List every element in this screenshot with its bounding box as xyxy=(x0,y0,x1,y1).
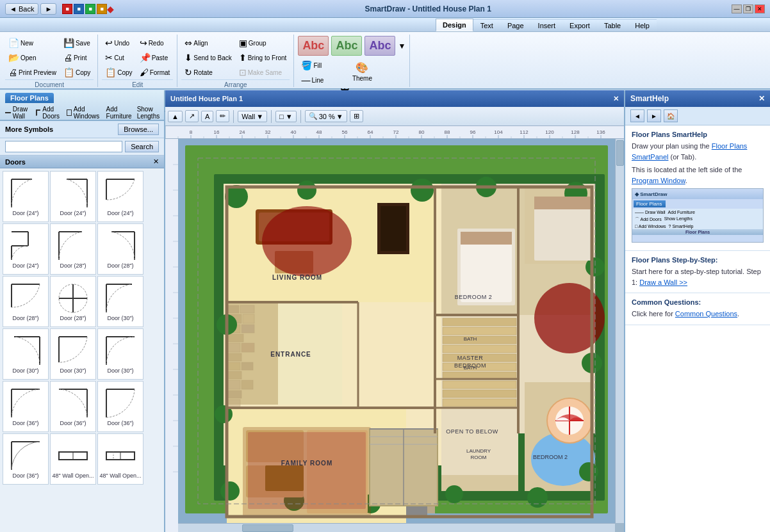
smarthelp-title: SmartHelp xyxy=(630,94,669,103)
wall-dropdown[interactable]: Wall ▼ xyxy=(238,111,267,122)
style-abc2-button[interactable]: Abc xyxy=(331,36,362,56)
door-item[interactable]: Door (30") xyxy=(97,276,143,327)
door-item[interactable]: 48" Wall Open... xyxy=(97,433,143,485)
door-item[interactable]: Door (24") xyxy=(3,171,49,222)
minimize-button[interactable]: — xyxy=(732,4,742,13)
cut-button[interactable]: ✂ Cut xyxy=(102,51,135,65)
door-item[interactable]: 48" Wall Open... xyxy=(50,433,96,485)
door-label: Door (30") xyxy=(60,367,86,374)
canvas-scrollbar-horizontal[interactable] xyxy=(178,523,615,532)
send-back-button[interactable]: ⬇ Send to Back xyxy=(181,51,234,65)
door-item[interactable]: Door (24") xyxy=(50,171,96,222)
pointer-tool[interactable]: ▲ xyxy=(168,111,183,122)
undo-icon: ↩ xyxy=(105,38,113,48)
door-item[interactable]: Door (24") xyxy=(97,171,143,222)
sh-home-button[interactable]: 🏠 xyxy=(664,109,678,122)
browse-button[interactable]: Browse... xyxy=(118,124,159,135)
door-item[interactable]: Door (36") xyxy=(3,381,49,432)
smarthelp-close-icon[interactable]: ✕ xyxy=(758,94,765,103)
text-tool[interactable]: A xyxy=(201,111,213,122)
svg-rect-118 xyxy=(242,343,254,352)
print-preview-button[interactable]: 🖨 Print Preview xyxy=(5,65,60,79)
sh-back-button[interactable]: ◄ xyxy=(630,109,644,122)
door-item[interactable]: Door (24") xyxy=(3,223,49,275)
door-label: Door (28") xyxy=(107,262,133,269)
tab-design[interactable]: Design xyxy=(436,19,473,31)
undo-button[interactable]: ↩ Undo xyxy=(102,36,135,50)
svg-text:8: 8 xyxy=(190,129,193,135)
copy-doc-button[interactable]: 📋 Copy xyxy=(60,65,94,79)
door-item[interactable]: Door (36") xyxy=(97,381,143,432)
door-item[interactable]: Door (36") xyxy=(3,433,49,485)
paste-button[interactable]: 📌 Paste xyxy=(136,51,174,65)
redo-icon: ↪ xyxy=(140,38,147,48)
sh-link-program-window[interactable]: Program Window xyxy=(632,177,685,184)
style-dropdown-arrow[interactable]: ▼ xyxy=(398,42,405,51)
restore-button[interactable]: ❐ xyxy=(743,4,753,13)
print-button[interactable]: 🖨 Print xyxy=(60,51,94,65)
tab-table[interactable]: Table xyxy=(597,19,628,31)
show-lengths-item[interactable]: Show Lengths xyxy=(137,106,160,120)
door-item[interactable]: Door (28") xyxy=(3,276,49,327)
draw-tool[interactable]: ✏ xyxy=(216,110,229,122)
style-abc3-button[interactable]: Abc xyxy=(365,36,395,56)
svg-point-162 xyxy=(534,283,605,353)
door-item[interactable]: Door (30") xyxy=(3,328,49,380)
theme-button[interactable]: 🎨 Theme xyxy=(337,58,388,85)
floor-plans-tab-label[interactable]: Floor Plans xyxy=(5,93,54,103)
tab-page[interactable]: Page xyxy=(500,19,531,31)
fill-button[interactable]: 🪣 Fill xyxy=(298,58,336,72)
close-button[interactable]: ✕ xyxy=(755,4,765,13)
canvas-close-icon[interactable]: ✕ xyxy=(613,95,619,103)
save-icon: 💾 xyxy=(63,38,74,48)
svg-point-141 xyxy=(445,485,463,503)
door-label: Door (36") xyxy=(107,420,133,426)
shape-dropdown[interactable]: □ ▼ xyxy=(275,111,297,122)
scroll-thumb-h[interactable] xyxy=(242,524,293,532)
group-button[interactable]: ▣ Group xyxy=(236,36,290,50)
door-item[interactable]: Door (30") xyxy=(97,328,143,380)
zoom-control[interactable]: 🔍 30 % ▼ xyxy=(305,110,347,122)
door-item[interactable]: Door (30") xyxy=(50,328,96,380)
door-item[interactable]: Door (28") xyxy=(50,276,96,327)
new-button[interactable]: 📄 New xyxy=(5,36,60,50)
doors-close-icon[interactable]: ✕ xyxy=(153,157,159,166)
make-same-button[interactable]: ⊡ Make Same xyxy=(236,65,290,79)
tab-export[interactable]: Export xyxy=(562,19,597,31)
tab-help[interactable]: Help xyxy=(628,19,657,31)
canvas-scrollbar-vertical[interactable] xyxy=(615,139,624,523)
svg-text:FAMILY ROOM: FAMILY ROOM xyxy=(281,460,332,467)
tab-text[interactable]: Text xyxy=(473,19,500,31)
fit-tool[interactable]: ⊞ xyxy=(350,110,363,122)
sh-forward-button[interactable]: ► xyxy=(647,109,661,122)
open-button[interactable]: 📂 Open xyxy=(5,51,60,65)
bring-front-button[interactable]: ⬆ Bring to Front xyxy=(236,51,290,65)
align-button[interactable]: ⇔ Align xyxy=(181,36,234,50)
svg-rect-110 xyxy=(227,305,239,313)
add-doors-item[interactable]: Add Doors xyxy=(36,106,61,120)
app-icon-green: ■ xyxy=(85,4,95,14)
style-abc1-button[interactable]: Abc xyxy=(298,36,329,56)
tab-insert[interactable]: Insert xyxy=(531,19,563,31)
copy-edit-button[interactable]: 📋 Copy xyxy=(102,65,135,79)
door-item[interactable]: Door (28") xyxy=(50,223,96,275)
save-button[interactable]: 💾 Save xyxy=(60,36,94,50)
scroll-thumb-v[interactable] xyxy=(616,140,624,166)
add-windows-item[interactable]: Add Windows xyxy=(67,106,101,120)
floor-plan-area[interactable]: FIRST FLOOR SECOND FLOOR LIVING ROOM ENT… xyxy=(178,139,615,523)
door-item[interactable]: Door (28") xyxy=(97,223,143,275)
forward-button[interactable]: ► xyxy=(40,3,56,15)
zoom-select-tool[interactable]: ↗ xyxy=(185,110,199,122)
add-furniture-item[interactable]: Add Furniture xyxy=(106,106,132,120)
rotate-button[interactable]: ↻ Rotate xyxy=(181,65,234,79)
search-input[interactable] xyxy=(5,141,122,152)
door-item[interactable]: Door (36") xyxy=(50,381,96,432)
sh-link-common-questions[interactable]: Common Questions xyxy=(675,310,737,318)
line-button[interactable]: — Line xyxy=(298,73,336,87)
search-button[interactable]: Search xyxy=(125,141,159,152)
format-button[interactable]: 🖌 Format xyxy=(136,65,174,79)
back-button[interactable]: ◄ Back xyxy=(5,3,38,15)
draw-wall-item[interactable]: Draw Wall xyxy=(5,106,31,120)
redo-button[interactable]: ↪ Redo xyxy=(136,36,174,50)
sh-link-draw-wall[interactable]: Draw a Wall >> xyxy=(639,278,687,286)
